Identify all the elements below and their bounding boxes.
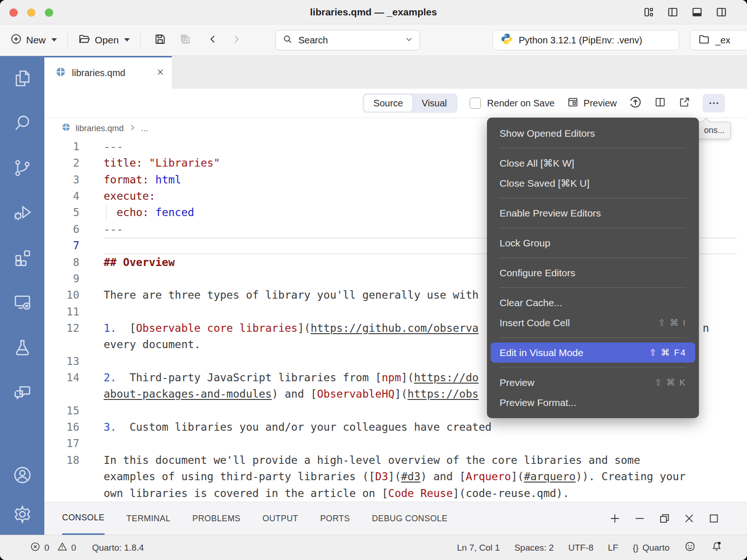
code-line[interactable]: 3. Custom libraries you and/or your coll… bbox=[104, 419, 747, 435]
code-token: Code Reuse bbox=[388, 487, 452, 499]
menu-item-preview[interactable]: Preview⇧ ⌘ K bbox=[487, 372, 699, 392]
source-mode-button[interactable]: Source bbox=[364, 95, 412, 112]
toolbar-divider bbox=[140, 33, 141, 47]
tab-close-icon[interactable] bbox=[156, 68, 164, 78]
menu-item-clear-cache[interactable]: Clear Cache... bbox=[487, 293, 699, 313]
toggle-secondary-sidebar-icon[interactable] bbox=[715, 6, 727, 18]
code-token: every document. bbox=[104, 338, 201, 350]
eol-status[interactable]: LF bbox=[608, 543, 618, 553]
tab-libraries-qmd[interactable]: libraries.qmd bbox=[44, 56, 172, 89]
menu-item-configure-editors[interactable]: Configure Editors bbox=[487, 263, 699, 283]
warning-count: 0 bbox=[71, 543, 77, 553]
save-icon[interactable] bbox=[154, 33, 167, 48]
render-on-save-control: Render on Save bbox=[470, 98, 555, 109]
menu-separator bbox=[500, 228, 686, 228]
folder-icon bbox=[698, 33, 710, 48]
panel-restore-icon[interactable] bbox=[658, 512, 670, 525]
new-button[interactable]: New bbox=[10, 33, 57, 47]
panel-close-icon[interactable] bbox=[683, 512, 695, 525]
open-folder-icon bbox=[78, 33, 91, 48]
panel-tab-ports[interactable]: PORTS bbox=[320, 502, 350, 535]
render-on-save-label: Render on Save bbox=[487, 98, 555, 109]
visual-mode-button[interactable]: Visual bbox=[412, 95, 456, 112]
menu-item-lock-group[interactable]: Lock Group bbox=[487, 233, 699, 253]
remote-explorer-icon[interactable] bbox=[12, 292, 33, 313]
tooltip-text: ons... bbox=[704, 126, 725, 135]
code-token: ## Overview bbox=[104, 256, 175, 268]
preview-label: Preview bbox=[584, 98, 617, 109]
code-line[interactable]: In this document we'll provide a high-le… bbox=[104, 452, 747, 469]
quarto-file-icon bbox=[62, 123, 70, 134]
language-mode-status[interactable]: {} Quarto bbox=[633, 543, 669, 553]
run-debug-icon[interactable] bbox=[12, 203, 33, 223]
account-icon[interactable] bbox=[12, 465, 33, 485]
toggle-primary-sidebar-icon[interactable] bbox=[667, 6, 679, 18]
breadcrumb-file[interactable]: libraries.qmd bbox=[76, 124, 124, 133]
code-row: 163. Custom libraries you and/or your co… bbox=[44, 419, 747, 435]
activity-bar bbox=[0, 56, 44, 535]
quarto-version-status[interactable]: Quarto: 1.8.4 bbox=[92, 543, 144, 553]
layout-controls bbox=[642, 0, 727, 24]
navigate-back-icon[interactable] bbox=[208, 34, 218, 46]
panel-tab-terminal[interactable]: TERMINAL bbox=[127, 502, 170, 535]
braces-icon: {} bbox=[633, 543, 639, 553]
customize-layout-icon[interactable] bbox=[642, 6, 655, 18]
encoding-status[interactable]: UTF-8 bbox=[568, 543, 593, 553]
comments-icon[interactable] bbox=[12, 382, 33, 402]
panel-tab-console[interactable]: CONSOLE bbox=[62, 502, 105, 535]
code-token: --- bbox=[104, 140, 123, 153]
status-bar: 0 0 Quarto: 1.8.4 Ln 7, Col 1 Spaces: 2 … bbox=[0, 535, 747, 560]
menu-item-edit-in-visual-mode[interactable]: Edit in Visual Mode⇧ ⌘ F4 bbox=[491, 343, 695, 363]
preview-icon bbox=[567, 96, 579, 111]
menu-item-preview-format[interactable]: Preview Format... bbox=[487, 392, 699, 413]
more-actions-button[interactable] bbox=[703, 94, 725, 112]
line-number: 9 bbox=[44, 271, 79, 287]
testing-icon[interactable] bbox=[12, 337, 33, 357]
cursor-position-status[interactable]: Ln 7, Col 1 bbox=[457, 543, 500, 553]
render-document-icon[interactable] bbox=[629, 96, 642, 111]
preview-button[interactable]: Preview bbox=[567, 96, 617, 111]
indentation-status[interactable]: Spaces: 2 bbox=[514, 543, 554, 553]
notifications-bell-icon[interactable] bbox=[711, 540, 723, 555]
split-editor-icon[interactable] bbox=[654, 96, 666, 110]
open-in-new-window-icon[interactable] bbox=[678, 96, 691, 110]
workspace-folder-button[interactable]: _ex bbox=[690, 30, 747, 50]
code-row: examples of using third-party libraries … bbox=[44, 469, 747, 485]
panel-maximize-icon[interactable] bbox=[708, 512, 720, 525]
panel-tab-problems[interactable]: PROBLEMS bbox=[192, 502, 240, 535]
code-line[interactable]: examples of using third-party libraries … bbox=[104, 469, 747, 485]
panel-tab-debug-console[interactable]: DEBUG CONSOLE bbox=[372, 502, 447, 535]
breadcrumb-more[interactable]: ... bbox=[141, 124, 148, 133]
open-button[interactable]: Open bbox=[78, 33, 130, 48]
menu-item-insert-code-cell[interactable]: Insert Code Cell⇧ ⌘ I bbox=[487, 313, 699, 333]
feedback-smiley-icon[interactable] bbox=[684, 540, 696, 555]
toggle-panel-icon[interactable] bbox=[691, 6, 703, 18]
explorer-icon[interactable] bbox=[12, 68, 33, 89]
menu-item-enable-preview-editors[interactable]: Enable Preview Editors bbox=[487, 203, 699, 223]
render-on-save-checkbox[interactable] bbox=[470, 98, 481, 109]
source-control-icon[interactable] bbox=[12, 158, 33, 178]
code-line[interactable]: own libraries is covered in the article … bbox=[104, 485, 747, 502]
menu-item-close-all-k-w[interactable]: Close All [⌘K W] bbox=[487, 153, 699, 173]
code-token: D3 bbox=[375, 470, 388, 483]
error-icon bbox=[30, 541, 41, 554]
error-count: 0 bbox=[44, 543, 49, 553]
extensions-icon[interactable] bbox=[12, 247, 33, 268]
save-all-icon[interactable] bbox=[179, 33, 192, 48]
code-token: Arquero bbox=[465, 470, 511, 483]
panel-tab-output[interactable]: OUTPUT bbox=[262, 502, 298, 535]
problems-status[interactable]: 0 0 bbox=[30, 541, 76, 554]
menu-item-label: Close Saved [⌘K U] bbox=[500, 178, 590, 189]
panel-minimize-icon[interactable] bbox=[634, 512, 646, 525]
interpreter-selector[interactable]: Python 3.12.1 (PipEnv: .venv) bbox=[493, 30, 679, 50]
menu-item-show-opened-editors[interactable]: Show Opened Editors bbox=[487, 123, 699, 143]
settings-gear-icon[interactable] bbox=[12, 504, 33, 525]
code-token: )). Creating your bbox=[576, 470, 685, 483]
menu-item-close-saved-k-u[interactable]: Close Saved [⌘K U] bbox=[487, 173, 699, 193]
search-sidebar-icon[interactable] bbox=[12, 113, 33, 133]
panel-plus-icon[interactable] bbox=[609, 512, 621, 525]
code-token: npm bbox=[381, 371, 401, 384]
code-line[interactable] bbox=[104, 435, 747, 452]
search-input[interactable]: Search bbox=[275, 30, 420, 50]
navigate-forward-icon[interactable] bbox=[231, 34, 241, 46]
